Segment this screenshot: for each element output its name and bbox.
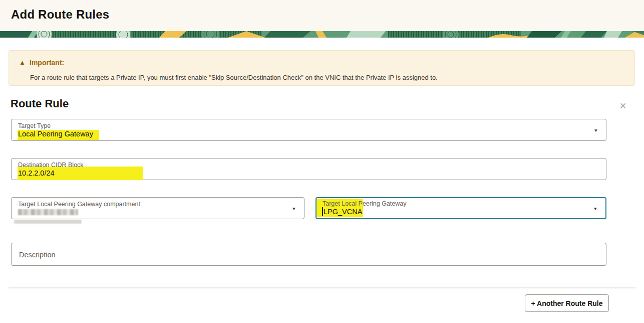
destination-cidr-value: 10.2.2.0/24 [18,169,55,177]
chevron-down-icon[interactable]: ▼ [593,207,598,211]
alert-title: Important: [30,59,64,67]
text-cursor [322,207,323,216]
banner-pattern [0,31,644,38]
target-lpg-select[interactable]: Target Local Peering Gateway LPG_VCNA ▼ [315,197,606,219]
another-route-rule-button[interactable]: + Another Route Rule [525,294,609,312]
redacted-value [18,209,78,215]
footer-divider [9,287,635,288]
important-alert: ▲ Important: For a route rule that targe… [9,50,635,86]
close-icon[interactable]: ✕ [619,102,626,110]
target-type-label: Target Type [18,122,51,129]
destination-cidr-label: Destination CIDR Block [18,162,84,169]
page-title: Add Route Rules [11,8,109,22]
page-header: Add Route Rules [0,0,644,31]
target-type-select[interactable]: Target Type Local Peering Gateway ▼ [11,119,606,141]
section-title: Route Rule [11,97,69,110]
target-type-value: Local Peering Gateway [18,130,93,138]
destination-cidr-input[interactable]: Destination CIDR Block 10.2.2.0/24 [11,158,606,180]
alert-message: For a route rule that targets a Private … [30,74,621,81]
target-lpg-value: LPG_VCNA [324,208,362,216]
chevron-down-icon[interactable]: ▼ [291,207,296,211]
warning-icon: ▲ [19,59,26,66]
target-lpg-compartment-select[interactable]: Target Local Peering Gateway compartment… [11,197,304,219]
description-input[interactable]: Description [11,243,606,266]
redaction-smudge [14,220,82,224]
target-lpg-label: Target Local Peering Gateway [323,200,406,207]
target-lpg-compartment-label: Target Local Peering Gateway compartment [18,201,140,208]
chevron-down-icon[interactable]: ▼ [593,128,598,133]
description-placeholder: Description [19,251,56,259]
